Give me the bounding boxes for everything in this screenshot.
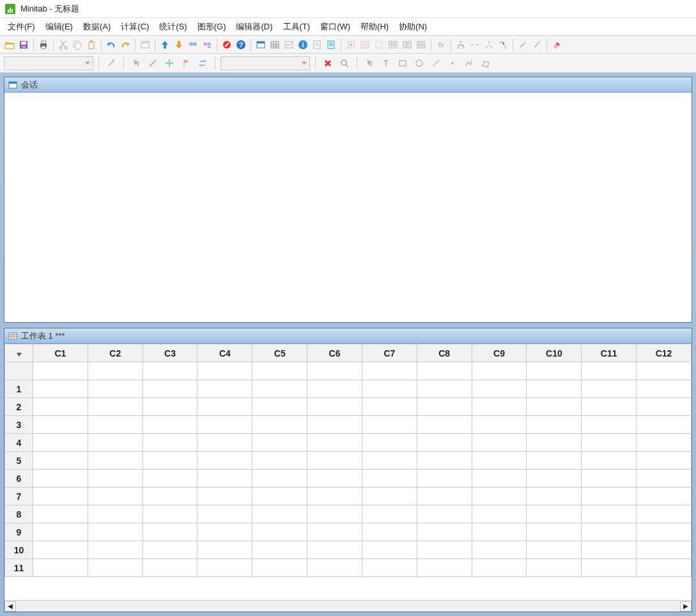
paste-icon[interactable] bbox=[84, 38, 98, 52]
cell[interactable] bbox=[252, 416, 307, 434]
cell[interactable] bbox=[252, 523, 307, 541]
cell[interactable] bbox=[362, 559, 417, 577]
cell[interactable] bbox=[252, 380, 307, 398]
worksheet-pane-title[interactable]: 工作表 1 *** bbox=[4, 328, 692, 344]
cell[interactable] bbox=[33, 416, 88, 434]
cell[interactable] bbox=[362, 488, 417, 505]
cell[interactable] bbox=[88, 434, 143, 452]
menu-editor[interactable]: 编辑器(D) bbox=[231, 19, 277, 35]
cell[interactable] bbox=[307, 523, 362, 541]
cell[interactable] bbox=[472, 434, 527, 452]
cut-icon[interactable] bbox=[56, 38, 70, 52]
copy-icon[interactable] bbox=[70, 38, 84, 52]
cell[interactable] bbox=[472, 416, 527, 434]
rect-tool-icon[interactable] bbox=[396, 56, 410, 70]
cell[interactable] bbox=[637, 452, 692, 470]
redo-icon[interactable] bbox=[118, 38, 132, 52]
worksheet-body[interactable]: C1 C2 C3 C4 C5 C6 C7 C8 C9 C10 C11 C12 bbox=[4, 344, 692, 600]
assign-col-icon[interactable] bbox=[344, 38, 358, 52]
col-name-cell[interactable] bbox=[417, 362, 472, 380]
cell[interactable] bbox=[252, 505, 307, 523]
cell[interactable] bbox=[527, 541, 582, 559]
cell[interactable] bbox=[362, 416, 417, 434]
cell[interactable] bbox=[417, 416, 472, 434]
cell[interactable] bbox=[527, 559, 582, 577]
cell[interactable] bbox=[472, 523, 527, 541]
col-header[interactable]: C5 bbox=[252, 344, 307, 362]
layout2-icon[interactable] bbox=[414, 38, 428, 52]
cell[interactable] bbox=[417, 488, 472, 505]
find-next-icon[interactable] bbox=[200, 38, 214, 52]
cell[interactable] bbox=[88, 488, 143, 505]
cell[interactable] bbox=[582, 452, 637, 470]
row-header[interactable]: 8 bbox=[5, 505, 33, 523]
cell[interactable] bbox=[307, 452, 362, 470]
col-name-cell[interactable] bbox=[362, 362, 417, 380]
col-name-cell[interactable] bbox=[252, 362, 307, 380]
cell[interactable] bbox=[527, 398, 582, 416]
cell[interactable] bbox=[417, 541, 472, 559]
cell[interactable] bbox=[143, 452, 197, 470]
cell[interactable] bbox=[582, 398, 637, 416]
col-header[interactable]: C3 bbox=[143, 344, 197, 362]
corner-cell[interactable] bbox=[5, 344, 33, 362]
cell[interactable] bbox=[362, 505, 417, 523]
info-icon[interactable]: i bbox=[296, 38, 310, 52]
cell[interactable] bbox=[417, 452, 472, 470]
open-icon[interactable] bbox=[3, 38, 17, 52]
cell[interactable] bbox=[197, 523, 252, 541]
cell[interactable] bbox=[582, 434, 637, 452]
cell[interactable] bbox=[143, 559, 197, 577]
cell[interactable] bbox=[527, 505, 582, 523]
worksheet-grid[interactable]: C1 C2 C3 C4 C5 C6 C7 C8 C9 C10 C11 C12 bbox=[4, 344, 692, 577]
cell[interactable] bbox=[197, 541, 252, 559]
swap-icon[interactable] bbox=[196, 56, 210, 70]
cell[interactable] bbox=[362, 398, 417, 416]
save-icon[interactable] bbox=[17, 38, 31, 52]
cell[interactable] bbox=[582, 505, 637, 523]
col-header[interactable]: C2 bbox=[88, 344, 143, 362]
cell[interactable] bbox=[252, 434, 307, 452]
cell[interactable] bbox=[143, 398, 197, 416]
col-header[interactable]: C8 bbox=[417, 344, 472, 362]
brush-icon[interactable] bbox=[104, 56, 118, 70]
cell[interactable] bbox=[143, 434, 197, 452]
cell[interactable] bbox=[472, 559, 527, 577]
cell[interactable] bbox=[33, 541, 88, 559]
cell[interactable] bbox=[362, 380, 417, 398]
print-icon[interactable] bbox=[36, 38, 50, 52]
arrow-down-icon[interactable] bbox=[172, 38, 186, 52]
cell[interactable] bbox=[143, 470, 197, 488]
name-row-header[interactable] bbox=[5, 362, 33, 380]
polygon-tool-icon[interactable] bbox=[479, 56, 493, 70]
cell[interactable] bbox=[33, 505, 88, 523]
col-name-cell[interactable] bbox=[472, 362, 527, 380]
cell[interactable] bbox=[582, 541, 637, 559]
fx-icon[interactable]: fx bbox=[434, 38, 448, 52]
cell[interactable] bbox=[33, 452, 88, 470]
cell[interactable] bbox=[417, 380, 472, 398]
col-header[interactable]: C12 bbox=[637, 344, 692, 362]
cell[interactable] bbox=[637, 559, 692, 577]
cell[interactable] bbox=[33, 380, 88, 398]
cell[interactable] bbox=[637, 434, 692, 452]
cell[interactable] bbox=[197, 416, 252, 434]
cell[interactable] bbox=[417, 470, 472, 488]
pointer-icon[interactable] bbox=[129, 56, 143, 70]
cell[interactable] bbox=[143, 416, 197, 434]
row-header[interactable]: 9 bbox=[5, 523, 33, 541]
format-combo[interactable] bbox=[220, 56, 310, 70]
horizontal-scrollbar[interactable]: ◄ ► bbox=[4, 600, 692, 612]
cell[interactable] bbox=[362, 470, 417, 488]
arrow-up-icon[interactable] bbox=[158, 38, 172, 52]
cell[interactable] bbox=[527, 434, 582, 452]
cell[interactable] bbox=[88, 505, 143, 523]
assign-frame-icon[interactable] bbox=[358, 38, 372, 52]
cell[interactable] bbox=[417, 398, 472, 416]
worksheet-window-icon[interactable] bbox=[268, 38, 282, 52]
cell[interactable] bbox=[472, 470, 527, 488]
col-name-cell[interactable] bbox=[88, 362, 143, 380]
cell[interactable] bbox=[197, 434, 252, 452]
cell[interactable] bbox=[362, 434, 417, 452]
cell[interactable] bbox=[33, 470, 88, 488]
